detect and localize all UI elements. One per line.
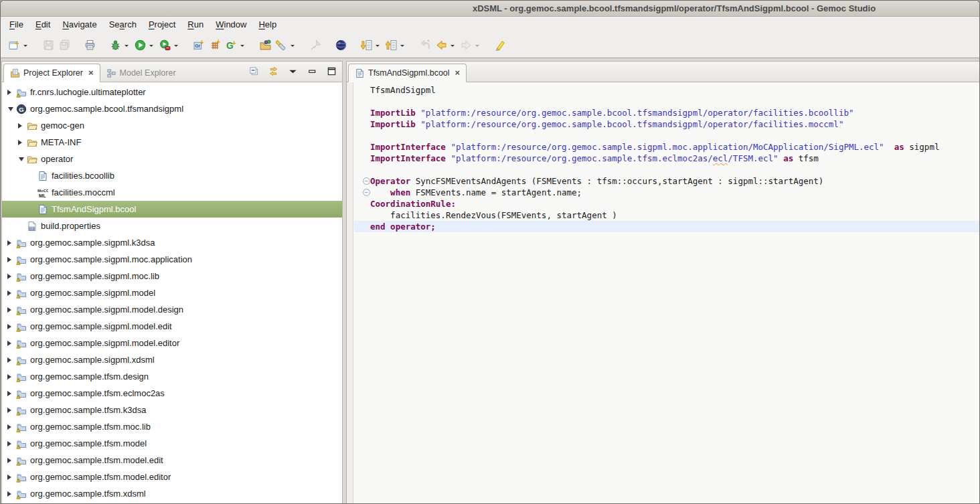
next-annotation-dropdown-arrow-icon[interactable] — [376, 45, 380, 49]
tree-item-org-gemoc-sample-sigpml-moc-application[interactable]: !org.gemoc.sample.sigpml.moc.application — [2, 251, 342, 268]
expand-arrow-icon[interactable] — [18, 123, 25, 129]
collapse-arrow-icon[interactable] — [8, 107, 13, 114]
menu-edit[interactable]: Edit — [29, 17, 56, 31]
expand-arrow-icon[interactable] — [7, 274, 14, 279]
code-line[interactable]: ImportInterface "platform:/resource/org.… — [354, 141, 979, 153]
fold-marker-icon[interactable]: − — [363, 177, 370, 185]
run-dropdown-arrow-icon[interactable] — [149, 45, 153, 49]
tab-model-explorer[interactable]: Model Explorer — [100, 64, 182, 82]
expand-arrow-icon[interactable] — [7, 374, 14, 380]
menu-window[interactable]: Window — [210, 17, 252, 31]
code-line[interactable]: TfsmAndSigpml — [354, 84, 979, 96]
maximize-button[interactable] — [325, 64, 338, 78]
expand-arrow-icon[interactable] — [7, 90, 14, 95]
tree-item-org-gemoc-sample-sigpml-xdsml[interactable]: !org.gemoc.sample.sigpml.xdsml — [2, 351, 342, 368]
menu-navigate[interactable]: Navigate — [56, 17, 102, 31]
tree-item-org-gemoc-sample-tfsm-model-edit[interactable]: !org.gemoc.sample.tfsm.model.edit — [2, 452, 342, 469]
close-tab-icon[interactable]: × — [88, 70, 94, 76]
code-line[interactable]: ImportLib "platform:/resource/org.gemoc.… — [354, 107, 979, 118]
window-titlebar[interactable]: xDSML - org.gemoc.sample.bcool.tfsmandsi… — [1, 1, 979, 17]
tree-item-org-gemoc-sample-tfsm-design[interactable]: !org.gemoc.sample.tfsm.design — [2, 368, 342, 385]
expand-arrow-icon[interactable] — [7, 458, 14, 463]
menu-run[interactable]: Run — [181, 17, 210, 31]
run-external-tools-button[interactable] — [157, 37, 173, 53]
tree-item-org-gemoc-sample-sigpml-model-design[interactable]: !org.gemoc.sample.sigpml.model.design — [2, 301, 342, 318]
back-button[interactable] — [433, 37, 449, 53]
code-line[interactable]: facilities.RendezVous(FSMEvents, startAg… — [354, 209, 979, 221]
tree-item-facilities-moccml[interactable]: MoCCMLfacilities.moccml — [2, 184, 342, 201]
tree-item-org-gemoc-sample-bcool-tfsmandsigpml[interactable]: Gorg.gemoc.sample.bcool.tfsmandsigpml — [2, 100, 342, 117]
code-line[interactable]: ImportInterface "platform:/resource/org.… — [354, 153, 979, 164]
expand-arrow-icon[interactable] — [7, 491, 14, 497]
debug-button[interactable] — [107, 37, 123, 53]
new-gmf-diagram-button[interactable]: G+ — [223, 37, 239, 53]
menu-file[interactable]: File — [3, 17, 29, 31]
previous-annotation-button[interactable] — [383, 37, 399, 53]
expand-arrow-icon[interactable] — [7, 324, 14, 329]
code-line[interactable]: − when FSMEvents.name = startAgent.name; — [354, 187, 979, 198]
tree-item-org-gemoc-sample-tfsm-xdsml[interactable]: !org.gemoc.sample.tfsm.xdsml — [2, 485, 342, 502]
tree-item-meta-inf[interactable]: META-INF — [2, 134, 342, 151]
tree-item-gemoc-gen[interactable]: gemoc-gen — [2, 117, 342, 134]
code-editor[interactable]: TfsmAndSigpmlImportLib "platform:/resour… — [347, 82, 979, 503]
run-button[interactable] — [132, 37, 148, 53]
tab-tfsmandsigpml-bcool[interactable]: TfsmAndSigpml.bcool× — [348, 64, 467, 82]
menu-search[interactable]: Search — [103, 17, 143, 31]
tree-item-build-properties[interactable]: 010build.properties — [2, 218, 342, 234]
print-button[interactable] — [82, 37, 98, 53]
tree-item-tfsmandsigpml-bcool[interactable]: TfsmAndSigpml.bcool — [2, 201, 342, 218]
collapse-all-button[interactable] — [247, 64, 260, 78]
close-tab-icon[interactable]: × — [455, 70, 461, 76]
tree-item-org-gemoc-sample-tfsm-k3dsa[interactable]: !org.gemoc.sample.tfsm.k3dsa — [2, 402, 342, 418]
search-button[interactable] — [273, 37, 289, 53]
menu-help[interactable]: Help — [252, 17, 282, 31]
tree-item-org-gemoc-sample-sigpml-model-edit[interactable]: !org.gemoc.sample.sigpml.model.edit — [2, 318, 342, 335]
new-graphiti-diagram-button[interactable]: Gr+ — [191, 37, 207, 53]
search-dropdown-arrow-icon[interactable] — [291, 45, 295, 49]
next-annotation-button[interactable] — [358, 37, 374, 53]
tree-item-org-gemoc-sample-sigpml-moc-lib[interactable]: !org.gemoc.sample.sigpml.moc.lib — [2, 268, 342, 284]
expand-arrow-icon[interactable] — [7, 424, 14, 430]
expand-arrow-icon[interactable] — [7, 341, 14, 346]
tree-item-facilities-bcoollib[interactable]: facilities.bcoollib — [2, 167, 342, 184]
code-line[interactable] — [354, 164, 979, 175]
fold-marker-icon[interactable]: − — [363, 189, 370, 196]
tree-item-fr-cnrs-luchogie-ultimateplotter[interactable]: !fr.cnrs.luchogie.ultimateplotter — [2, 84, 342, 100]
link-with-editor-button[interactable] — [266, 64, 280, 78]
code-line[interactable]: CoordinationRule: — [354, 198, 979, 209]
code-line[interactable]: −Operator SyncFSMEventsAndAgents (FSMEve… — [354, 175, 979, 187]
back-dropdown-arrow-icon[interactable] — [451, 45, 455, 49]
tree-item-org-gemoc-sample-sigpml-model-editor[interactable]: !org.gemoc.sample.sigpml.model.editor — [2, 335, 342, 351]
tree-item-org-gemoc-sample-tfsm-model-editor[interactable]: !org.gemoc.sample.tfsm.model.editor — [2, 469, 342, 485]
code-line-current[interactable]: end operator; — [354, 221, 979, 232]
expand-arrow-icon[interactable] — [18, 140, 25, 145]
tree-item-org-gemoc-sample-tfsm-model[interactable]: !org.gemoc.sample.tfsm.model — [2, 435, 342, 452]
minimize-button[interactable] — [305, 64, 319, 78]
run-external-tools-dropdown-arrow-icon[interactable] — [174, 45, 178, 49]
new-wizard-button[interactable]: + — [6, 37, 22, 53]
debug-dropdown-arrow-icon[interactable] — [125, 45, 129, 49]
expand-arrow-icon[interactable] — [7, 391, 14, 396]
new-gmf-diagram-dropdown-arrow-icon[interactable] — [240, 45, 244, 49]
expand-arrow-icon[interactable] — [7, 257, 14, 262]
tree-item-org-gemoc-sample-sigpml-model[interactable]: !org.gemoc.sample.sigpml.model — [2, 284, 342, 301]
expand-arrow-icon[interactable] — [7, 441, 14, 446]
expand-arrow-icon[interactable] — [7, 290, 14, 296]
new-grid-diagram-button[interactable]: + — [207, 37, 223, 53]
collapse-arrow-icon[interactable] — [19, 157, 24, 164]
tab-project-explorer[interactable]: Project Explorer× — [3, 64, 100, 82]
code-line[interactable] — [354, 130, 979, 141]
code-line[interactable]: ImportLib "platform:/resource/org.gemoc.… — [354, 118, 979, 130]
code-line[interactable] — [354, 96, 979, 107]
open-plugin-artifact-button[interactable] — [257, 37, 273, 53]
expand-arrow-icon[interactable] — [7, 240, 14, 246]
tree-item-operator[interactable]: operator — [2, 151, 342, 167]
tree-item-org-gemoc-sample-tfsm-moc-lib[interactable]: !org.gemoc.sample.tfsm.moc.lib — [2, 418, 342, 435]
previous-annotation-dropdown-arrow-icon[interactable] — [400, 45, 404, 49]
new-wizard-dropdown-arrow-icon[interactable] — [23, 45, 27, 49]
open-web-browser-button[interactable] — [333, 37, 349, 53]
expand-arrow-icon[interactable] — [7, 357, 14, 363]
expand-arrow-icon[interactable] — [7, 475, 14, 480]
expand-arrow-icon[interactable] — [7, 408, 14, 413]
menu-project[interactable]: Project — [143, 17, 181, 31]
